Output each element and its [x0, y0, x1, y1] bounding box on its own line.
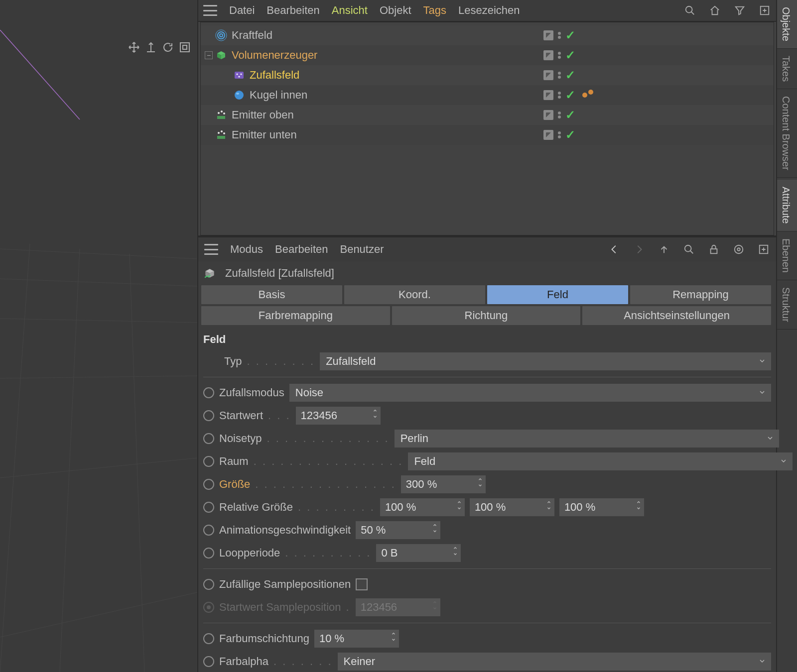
- keyframe-bullet[interactable]: [203, 433, 214, 444]
- menu-ansicht[interactable]: Ansicht: [332, 4, 368, 17]
- sidetab-ebenen[interactable]: Ebenen: [777, 231, 797, 280]
- rotate-icon[interactable]: [161, 41, 174, 54]
- visibility-dots-icon[interactable]: [556, 72, 562, 79]
- tree-item-label: Kraftfeld: [232, 29, 272, 42]
- menu-objekt[interactable]: Objekt: [380, 4, 411, 17]
- input-startsamplepos: 123456: [356, 598, 440, 616]
- dropdown-farbalpha[interactable]: Keiner: [338, 653, 771, 671]
- up-down-icon[interactable]: [144, 41, 157, 54]
- visibility-dots-icon[interactable]: [556, 52, 562, 59]
- keyframe-bullet[interactable]: [203, 456, 214, 467]
- input-loopperiode[interactable]: 0 B: [376, 544, 461, 562]
- target-icon[interactable]: [732, 243, 745, 256]
- tab-feld[interactable]: Feld: [487, 285, 628, 304]
- tab-farbremapping[interactable]: Farbremapping: [201, 306, 390, 325]
- search-attr-icon[interactable]: [682, 243, 695, 256]
- keyframe-bullet[interactable]: [203, 387, 214, 398]
- object-manager-panel: Datei Bearbeiten Ansicht Objekt Tags Les…: [198, 0, 776, 235]
- input-relgroesse-x[interactable]: 100 %: [380, 498, 465, 516]
- dropdown-typ[interactable]: Zufallsfeld: [320, 352, 771, 370]
- tab-richtung[interactable]: Richtung: [392, 306, 581, 325]
- object-tree[interactable]: Kraftfeld✓−Volumenerzeuger✓Zufallsfeld✓K…: [200, 22, 774, 235]
- layer-flag-icon[interactable]: [543, 30, 553, 40]
- keyframe-bullet[interactable]: [203, 579, 214, 590]
- tab-ansichtseinst[interactable]: Ansichtseinstellungen: [582, 306, 771, 325]
- tree-row-kraftfeld[interactable]: Kraftfeld✓: [201, 25, 774, 45]
- menu-benutzer[interactable]: Benutzer: [340, 243, 384, 256]
- tree-row-volumenerzeuger[interactable]: −Volumenerzeuger✓: [201, 45, 774, 65]
- viewport-panel[interactable]: [0, 0, 197, 672]
- enable-check-icon[interactable]: ✓: [565, 28, 575, 42]
- enable-check-icon[interactable]: ✓: [565, 48, 575, 62]
- visibility-dots-icon[interactable]: [556, 32, 562, 39]
- svg-point-28: [236, 93, 239, 95]
- nav-up-icon[interactable]: [658, 243, 670, 256]
- nav-fwd-icon[interactable]: [633, 243, 646, 256]
- dropdown-zufallsmodus[interactable]: Noise: [289, 384, 771, 402]
- tab-basis[interactable]: Basis: [201, 285, 342, 304]
- keyframe-bullet[interactable]: [203, 410, 214, 421]
- menu-modus[interactable]: Modus: [230, 243, 263, 256]
- visibility-dots-icon[interactable]: [556, 112, 562, 118]
- keyframe-bullet[interactable]: [203, 656, 214, 667]
- tag-simulation-icon[interactable]: [582, 93, 593, 98]
- tree-row-zufallsfeld[interactable]: Zufallsfeld✓: [201, 65, 774, 85]
- menu-tags[interactable]: Tags: [423, 4, 446, 17]
- enable-check-icon[interactable]: ✓: [565, 128, 575, 142]
- keyframe-bullet[interactable]: [203, 548, 214, 559]
- menu-datei[interactable]: Datei: [229, 4, 255, 17]
- layer-flag-icon[interactable]: [543, 70, 553, 80]
- input-relgroesse-y[interactable]: 100 %: [470, 498, 554, 516]
- keyframe-bullet[interactable]: [203, 502, 214, 513]
- keyframe-bullet[interactable]: [203, 479, 214, 490]
- menu-bearbeiten[interactable]: Bearbeiten: [266, 4, 319, 17]
- expander-icon[interactable]: −: [205, 51, 213, 59]
- frame-icon[interactable]: [178, 41, 191, 54]
- input-groesse[interactable]: 300 %: [401, 475, 486, 493]
- checkbox-zufsamplepos[interactable]: [356, 578, 368, 590]
- sidetab-attribute[interactable]: Attribute: [777, 180, 797, 231]
- svg-rect-37: [217, 136, 225, 139]
- hamburger-icon[interactable]: [203, 5, 217, 16]
- visibility-dots-icon[interactable]: [556, 131, 562, 138]
- tree-row-emitter-unten[interactable]: Emitter unten✓: [201, 125, 774, 145]
- visibility-dots-icon[interactable]: [556, 92, 562, 99]
- dropdown-noisetyp[interactable]: Perlin: [395, 430, 779, 448]
- filter-icon[interactable]: [733, 4, 746, 17]
- keyframe-bullet[interactable]: [203, 525, 214, 536]
- tree-row-kugel-innen[interactable]: Kugel innen✓: [201, 85, 774, 105]
- enable-check-icon[interactable]: ✓: [565, 108, 575, 122]
- move-icon[interactable]: [128, 41, 140, 54]
- home-icon[interactable]: [708, 4, 721, 17]
- layer-flag-icon[interactable]: [543, 50, 553, 60]
- lock-icon[interactable]: [707, 243, 720, 256]
- maximize-icon[interactable]: [758, 4, 771, 17]
- layer-flag-icon[interactable]: [543, 130, 553, 140]
- sidetab-objekte[interactable]: Objekte: [777, 0, 797, 49]
- dropdown-raum[interactable]: Feld: [408, 452, 793, 470]
- input-animgeschw[interactable]: 50 %: [356, 521, 440, 539]
- menu-lesezeichen[interactable]: Lesezeichen: [458, 4, 520, 17]
- enable-check-icon[interactable]: ✓: [565, 88, 575, 102]
- attr-title: Zufallsfeld [Zufallsfeld]: [225, 267, 334, 280]
- svg-line-9: [0, 30, 80, 119]
- search-icon[interactable]: [683, 4, 696, 17]
- svg-rect-10: [180, 43, 189, 52]
- sidetab-struktur[interactable]: Struktur: [777, 280, 797, 330]
- sidetab-takes[interactable]: Takes: [777, 49, 797, 89]
- nav-back-icon[interactable]: [608, 243, 621, 256]
- tree-row-emitter-oben[interactable]: Emitter oben✓: [201, 105, 774, 125]
- layer-flag-icon[interactable]: [543, 90, 553, 100]
- layer-flag-icon[interactable]: [543, 110, 553, 120]
- maximize-attr-icon[interactable]: [757, 243, 770, 256]
- input-startwert[interactable]: 123456: [296, 407, 381, 425]
- enable-check-icon[interactable]: ✓: [565, 68, 575, 82]
- sidetab-content[interactable]: Content Browser: [777, 89, 797, 178]
- input-farbumschichtung[interactable]: 10 %: [314, 630, 399, 648]
- menu-bearbeiten-attr[interactable]: Bearbeiten: [275, 243, 328, 256]
- tab-koord[interactable]: Koord.: [344, 285, 485, 304]
- input-relgroesse-z[interactable]: 100 %: [559, 498, 644, 516]
- hamburger-icon[interactable]: [204, 244, 218, 255]
- tab-remapping[interactable]: Remapping: [630, 285, 771, 304]
- keyframe-bullet[interactable]: [203, 633, 214, 644]
